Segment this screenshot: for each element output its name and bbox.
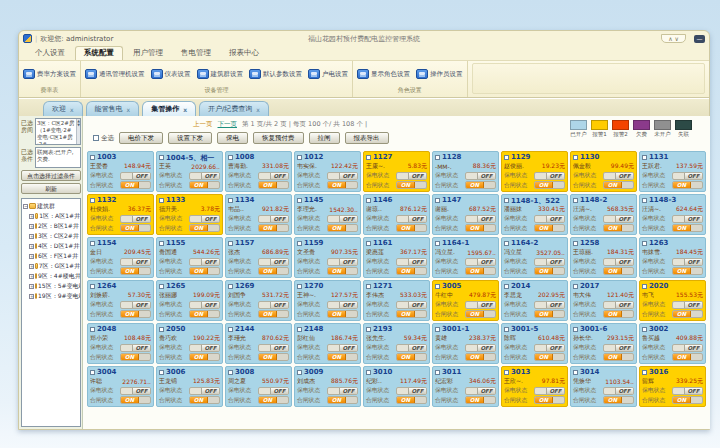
power-keep-toggle[interactable]: OFF (603, 258, 634, 266)
room-card[interactable]: 1258王琼丽.184.31元保电状态OFF合闸状态ON (570, 237, 637, 278)
gate-status-toggle[interactable]: ON (534, 310, 565, 318)
room-checkbox[interactable] (435, 370, 440, 375)
power-keep-toggle[interactable]: OFF (327, 301, 358, 309)
power-keep-toggle[interactable]: OFF (534, 344, 565, 352)
room-checkbox[interactable] (90, 327, 95, 332)
tree-item[interactable]: +3区：C区2#井（1#变... (23, 231, 80, 241)
room-card[interactable]: 1148-2汪清~.568.35元保电状态OFF合闸状态ON (570, 194, 637, 235)
room-checkbox[interactable] (573, 241, 578, 246)
power-keep-toggle[interactable]: OFF (672, 258, 703, 266)
room-checkbox[interactable] (159, 198, 164, 203)
tab-开户/纪费查询[interactable]: 开户/纪费查询x (199, 101, 269, 116)
power-keep-toggle[interactable]: OFF (189, 301, 220, 309)
menu-item-报表中心[interactable]: 报表中心 (221, 47, 267, 60)
power-keep-toggle[interactable]: OFF (258, 387, 289, 395)
room-checkbox[interactable] (297, 241, 302, 246)
gate-status-toggle[interactable]: ON (396, 396, 427, 404)
gate-status-toggle[interactable]: ON (120, 267, 151, 275)
room-card[interactable]: 3010纪彩..117.49元保电状态OFF合闸状态ON (363, 366, 430, 407)
gate-status-toggle[interactable]: ON (534, 396, 565, 404)
minimize-button[interactable]: — (694, 35, 705, 43)
gate-status-toggle[interactable]: ON (120, 353, 151, 361)
gate-status-toggle[interactable]: ON (534, 181, 565, 189)
power-keep-toggle[interactable]: OFF (672, 387, 703, 395)
gate-status-toggle[interactable]: ON (396, 310, 427, 318)
room-checkbox[interactable] (435, 198, 440, 203)
room-checkbox[interactable] (642, 370, 647, 375)
expand-icon[interactable]: + (29, 264, 34, 269)
room-checkbox[interactable] (366, 155, 371, 160)
room-checkbox[interactable] (228, 198, 233, 203)
room-card[interactable]: 1131王跃君.137.59元保电状态OFF合闸状态ON (639, 151, 706, 192)
room-checkbox[interactable] (297, 198, 302, 203)
room-checkbox[interactable] (504, 198, 509, 203)
room-card[interactable]: 1146谢琼..876.12元保电状态OFF合闸状态ON (363, 194, 430, 235)
gate-status-toggle[interactable]: ON (189, 181, 220, 189)
room-checkbox[interactable] (573, 327, 578, 332)
room-checkbox[interactable] (504, 370, 509, 375)
power-keep-toggle[interactable]: OFF (396, 215, 427, 223)
gate-status-toggle[interactable]: ON (258, 396, 289, 404)
gate-status-toggle[interactable]: ON (603, 181, 634, 189)
power-keep-toggle[interactable]: OFF (327, 344, 358, 352)
room-card[interactable]: 1270王神~.127.57元保电状态OFF合闸状态ON (294, 280, 361, 321)
power-keep-toggle[interactable]: OFF (120, 215, 151, 223)
gate-status-toggle[interactable]: ON (327, 181, 358, 189)
tab-欢迎[interactable]: 欢迎x (43, 101, 83, 116)
room-checkbox[interactable] (159, 155, 164, 160)
power-keep-toggle[interactable]: OFF (120, 258, 151, 266)
room-checkbox[interactable] (90, 155, 95, 160)
gate-status-toggle[interactable]: ON (603, 396, 634, 404)
ribbon-button-显示角色设置[interactable]: 显示角色设置 (357, 69, 410, 79)
room-card[interactable]: 1127王康~.5.83元保电状态OFF合闸状态ON (363, 151, 430, 192)
menu-item-系统配置[interactable]: 系统配置 (75, 46, 123, 60)
tree-item[interactable]: +4区：D区1#井（D区1... (23, 241, 80, 251)
power-keep-toggle[interactable]: OFF (189, 258, 220, 266)
power-keep-toggle[interactable]: OFF (534, 301, 565, 309)
room-card[interactable]: 1128-MM-.88.36元保电状态OFF合闸状态ON (432, 151, 499, 192)
room-checkbox[interactable] (642, 198, 647, 203)
room-card[interactable]: 2020韦飞155.53元保电状态OFF合闸状态ON (639, 280, 706, 321)
room-card[interactable]: 1159文圣贵907.35元保电状态OFF合闸状态ON (294, 237, 361, 278)
gate-status-toggle[interactable]: ON (396, 353, 427, 361)
tree-item[interactable]: +9区：4#楼电井（4#楼... (23, 271, 80, 281)
room-card[interactable]: 1263韦妹雪.184.45元保电状态OFF合闸状态ON (639, 237, 706, 278)
room-card[interactable]: 2144李瑾光870.62元保电状态OFF合闸状态ON (225, 323, 292, 364)
power-keep-toggle[interactable]: OFF (534, 172, 565, 180)
tree-item[interactable]: +15区：5#变电站（3#变... (23, 281, 80, 291)
room-card[interactable]: 1008曹海勤.331.08元保电状态OFF合闸状态ON (225, 151, 292, 192)
room-card[interactable]: 3004许聪2276.71..保电状态OFF合闸状态ON (87, 366, 154, 407)
expand-icon[interactable]: + (29, 234, 34, 239)
gate-status-toggle[interactable]: ON (465, 224, 496, 232)
gate-status-toggle[interactable]: ON (189, 396, 220, 404)
power-keep-toggle[interactable]: OFF (672, 172, 703, 180)
gate-status-toggle[interactable]: ON (258, 224, 289, 232)
tree-item[interactable]: +7区：G区1#井 (23, 261, 80, 271)
gate-status-toggle[interactable]: ON (672, 353, 703, 361)
room-checkbox[interactable] (159, 327, 164, 332)
menu-item-个人设置[interactable]: 个人设置 (27, 47, 73, 60)
tree-item[interactable]: +2区：B区1#井（1#变... (23, 221, 80, 231)
room-card[interactable]: 1264刘焕娇.57.30元保电状态OFF合闸状态ON (87, 280, 154, 321)
room-checkbox[interactable] (228, 327, 233, 332)
room-card[interactable]: 1164-1冯立星.1595.67..保电状态OFF合闸状态ON (432, 237, 499, 278)
gate-status-toggle[interactable]: ON (672, 310, 703, 318)
room-card[interactable]: 2193张先生.59.34元保电状态OFF合闸状态ON (363, 323, 430, 364)
next-page-link[interactable]: 下一页 (218, 120, 238, 129)
room-card[interactable]: 3005牛红中479.87元保电状态OFF合闸状态ON (432, 280, 499, 321)
power-keep-toggle[interactable]: OFF (327, 387, 358, 395)
expand-icon[interactable]: + (29, 214, 34, 219)
room-card[interactable]: 2148彭红仙186.74元保电状态OFF合闸状态ON (294, 323, 361, 364)
power-keep-toggle[interactable]: OFF (603, 301, 634, 309)
room-checkbox[interactable] (228, 155, 233, 160)
room-card[interactable]: 1129赵俊丽.19.23元保电状态OFF合闸状态ON (501, 151, 568, 192)
power-keep-toggle[interactable]: OFF (189, 387, 220, 395)
gate-status-toggle[interactable]: ON (603, 353, 634, 361)
power-keep-toggle[interactable]: OFF (189, 172, 220, 180)
selected-rooms-box[interactable]: 3区：C区2#房（1#变电·2#变电·C区1#房·2#... ▲▼ (35, 118, 81, 145)
room-checkbox[interactable] (642, 327, 647, 332)
room-card[interactable]: 3001-1黄雄238.37元保电状态OFF合闸状态ON (432, 323, 499, 364)
action-button-电价下发[interactable]: 电价下发 (119, 132, 163, 144)
listbox-scrollbar[interactable]: ▲▼ (76, 119, 80, 144)
refresh-button[interactable]: 刷新 (21, 183, 81, 194)
